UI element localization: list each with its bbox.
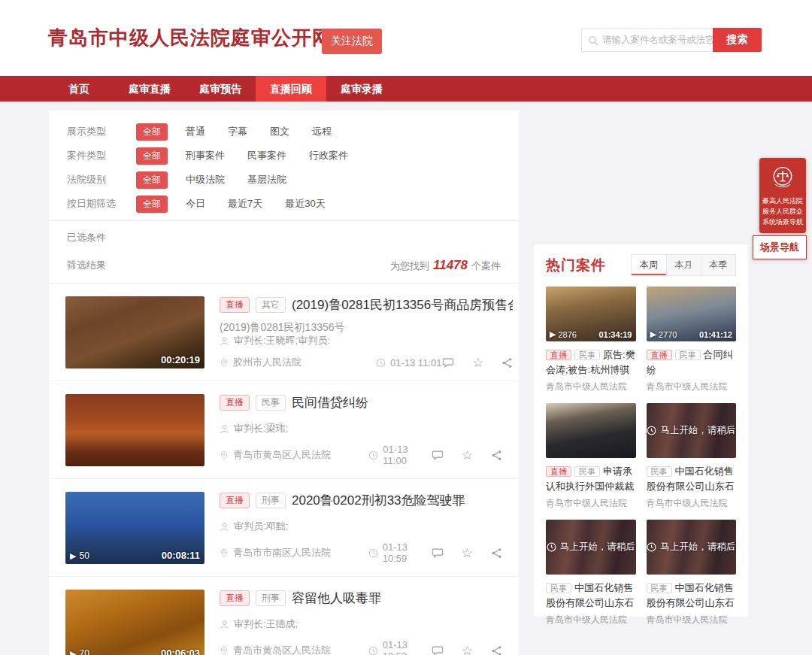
filter-option[interactable]: 最近30天 xyxy=(285,197,325,211)
case-actions: ☆ xyxy=(432,547,502,559)
judge-text: 审判长:梁玮; xyxy=(234,422,288,435)
hot-case-title[interactable]: 直播民事申请承认和执行外国仲裁裁决 xyxy=(546,464,636,493)
filter-row-display-type: 展示类型 全部 普通 字幕 图文 远程 xyxy=(67,120,501,144)
case-title[interactable]: 容留他人吸毒罪 xyxy=(292,590,381,607)
court-emblem-icon xyxy=(762,164,804,193)
comment-icon[interactable] xyxy=(442,356,454,368)
video-duration: 01:41:12 xyxy=(699,330,732,339)
filter-option[interactable]: 行政案件 xyxy=(309,149,348,162)
share-icon[interactable] xyxy=(491,450,502,461)
hot-case-thumbnail[interactable]: ▶2876 01:34:19 xyxy=(546,287,636,341)
live-badge: 直播 xyxy=(220,590,250,606)
search-input[interactable] xyxy=(582,29,713,51)
share-icon[interactable] xyxy=(491,645,502,655)
case-body: 直播 刑事 2020鲁0202刑初33危险驾驶罪 审判员:邓黜; 青岛市市南区人… xyxy=(220,492,502,564)
hot-case-thumbnail[interactable]: 马上开始，请稍后 xyxy=(647,403,737,458)
tab-this-month[interactable]: 本月 xyxy=(666,255,701,275)
filter-label: 展示类型 xyxy=(67,125,136,138)
live-badge: 直播 xyxy=(220,493,250,508)
case-title[interactable]: (2019)鲁0281民初13356号商品房预售合... xyxy=(292,296,513,314)
nav-item-recorded[interactable]: 庭审录播 xyxy=(326,76,397,102)
filter-option[interactable]: 普通 xyxy=(186,125,205,138)
main-nav: 首页 庭审直播 庭审预告 直播回顾 庭审录播 xyxy=(0,76,812,102)
case-title[interactable]: 民间借贷纠纷 xyxy=(292,394,368,411)
case-body: 直播 刑事 容留他人吸毒罪 审判长:王德成; 青岛市黄岛区人民法院 01-13 … xyxy=(220,590,502,655)
tab-this-week[interactable]: 本周 xyxy=(632,255,666,275)
filter-row-date: 按日期筛选 全部 今日 最近7天 最近30天 xyxy=(67,192,501,216)
nav-item-live[interactable]: 庭审直播 xyxy=(114,76,185,102)
filter-all-button[interactable]: 全部 xyxy=(136,196,168,213)
results-count-line: 为您找到 11478 个案件 xyxy=(390,258,501,273)
filter-option[interactable]: 图文 xyxy=(270,125,289,138)
badge-line: 服务人民群众 xyxy=(762,206,804,217)
share-icon[interactable] xyxy=(491,547,502,559)
follow-court-button[interactable]: 关注法院 xyxy=(322,29,382,54)
filter-label: 案件类型 xyxy=(67,149,136,162)
scene-nav-button[interactable]: 场景导航 xyxy=(753,235,807,259)
case-body: 直播 其它 (2019)鲁0281民初13356号商品房预售合... (2019… xyxy=(220,296,513,368)
favorite-star-icon[interactable]: ☆ xyxy=(462,449,473,462)
hot-case-thumbnail[interactable]: ▶2770 01:41:12 xyxy=(647,287,737,341)
hot-case-title[interactable]: 民事中国石化销售股份有限公司山东石油分公司 xyxy=(546,581,636,610)
filter-option[interactable]: 今日 xyxy=(186,197,205,211)
tab-this-quarter[interactable]: 本季 xyxy=(701,255,735,275)
favorite-star-icon[interactable]: ☆ xyxy=(462,644,473,655)
favorite-star-icon[interactable]: ☆ xyxy=(462,547,473,559)
hot-case-thumbnail[interactable] xyxy=(546,403,636,458)
hot-case-thumbnail[interactable]: 马上开始，请稍后 xyxy=(546,520,636,575)
hot-case-item: 马上开始，请稍后 民事中国石化销售股份有限公司山东石油分公司 青岛市中级人民法院 xyxy=(546,520,636,626)
case-thumbnail[interactable]: ▶70 00:06:03 xyxy=(65,590,205,655)
case-thumbnail[interactable] xyxy=(65,394,205,466)
filter-all-button[interactable]: 全部 xyxy=(136,123,168,141)
hot-case-thumbnail[interactable]: 马上开始，请稍后 xyxy=(647,520,737,575)
nav-item-preview[interactable]: 庭审预告 xyxy=(185,76,256,102)
time-text: 01-13 11:00 xyxy=(383,444,431,466)
case-actions: ☆ xyxy=(442,356,513,369)
judge-text: 审判长:王晓晖;审判员: xyxy=(234,334,330,347)
filter-option[interactable]: 远程 xyxy=(312,125,332,138)
filter-all-button[interactable]: 全部 xyxy=(136,171,168,189)
hot-case-item: 马上开始，请稍后 民事中国石化销售股份有限公司山东石油分公司 青岛市中级人民法院 xyxy=(647,520,737,626)
filter-option[interactable]: 刑事案件 xyxy=(186,149,225,162)
person-icon xyxy=(220,424,229,434)
filter-option[interactable]: 最近7天 xyxy=(228,197,262,211)
case-title[interactable]: 2020鲁0202刑初33危险驾驶罪 xyxy=(292,492,465,509)
filter-option[interactable]: 中级法院 xyxy=(186,173,225,186)
case-thumbnail[interactable]: ▶50 00:08:11 xyxy=(65,492,205,564)
hot-case-title[interactable]: 直播民事合同纠纷 xyxy=(647,347,737,377)
hot-case-title[interactable]: 民事中国石化销售股份有限公司山东石油分公司 xyxy=(647,464,737,493)
case-thumbnail[interactable]: 00:20:19 xyxy=(65,296,205,368)
filter-option[interactable]: 民事案件 xyxy=(247,149,286,162)
case-time: 01-13 10:52 xyxy=(368,639,432,655)
nav-item-replay[interactable]: 直播回顾 xyxy=(256,76,326,102)
case-type-badge: 刑事 xyxy=(256,590,286,606)
search-button[interactable]: 搜索 xyxy=(713,28,762,52)
comment-icon[interactable] xyxy=(432,547,444,559)
video-duration: 01:34:19 xyxy=(598,330,632,339)
time-text: 01-13 11:01 xyxy=(390,357,441,368)
filter-option[interactable]: 基层法院 xyxy=(247,173,286,186)
location-icon xyxy=(220,358,229,368)
case-actions: ☆ xyxy=(432,644,502,655)
filter-all-button[interactable]: 全部 xyxy=(136,147,168,165)
person-icon xyxy=(220,522,229,532)
filter-option[interactable]: 字幕 xyxy=(228,125,247,138)
hot-case-title[interactable]: 民事中国石化销售股份有限公司山东石油分公司 xyxy=(647,581,737,610)
location-icon xyxy=(220,450,229,460)
filter-row-case-type: 案件类型 全部 刑事案件 民事案件 行政案件 xyxy=(67,144,501,168)
supreme-court-badge[interactable]: 最高人民法院 服务人民群众 系统场景导航 xyxy=(759,158,806,233)
comment-icon[interactable] xyxy=(432,644,444,655)
results-count-suffix: 个案件 xyxy=(471,259,501,273)
hot-case-item: 直播民事申请承认和执行外国仲裁裁决 青岛市中级人民法院 xyxy=(546,403,636,510)
hot-case-item: ▶2876 01:34:19 直播民事原告:樊会涛;被告:杭州博骐餐饮管理有 青… xyxy=(546,287,636,393)
favorite-star-icon[interactable]: ☆ xyxy=(472,356,483,369)
share-icon[interactable] xyxy=(501,357,513,368)
case-court: 青岛市黄岛区人民法院 xyxy=(220,448,368,462)
comment-icon[interactable] xyxy=(432,449,444,461)
filter-label: 按日期筛选 xyxy=(67,197,136,211)
nav-item-home[interactable]: 首页 xyxy=(44,76,114,102)
filter-label: 法院级别 xyxy=(67,173,136,186)
hot-case-title[interactable]: 直播民事原告:樊会涛;被告:杭州博骐餐饮管理有 xyxy=(546,347,636,377)
hot-cases-header: 热门案件 本周 本月 本季 xyxy=(534,244,748,284)
clock-icon xyxy=(368,450,378,460)
